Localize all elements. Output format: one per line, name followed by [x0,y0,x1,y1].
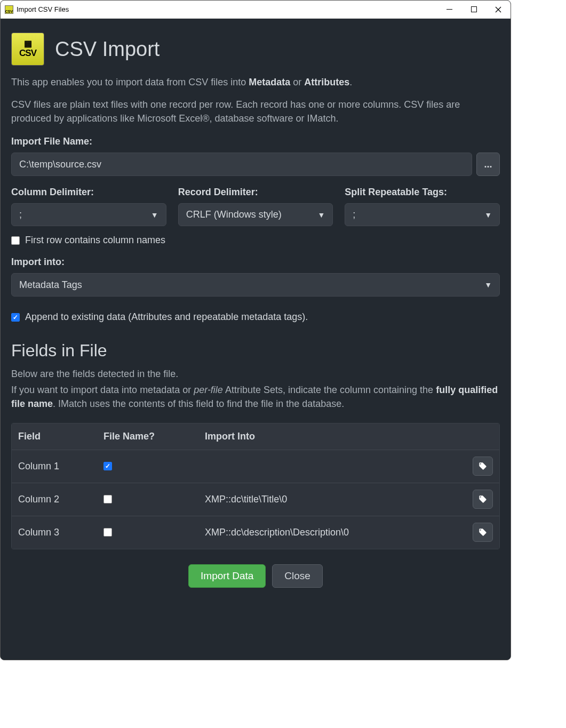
first-row-checkbox-row[interactable]: First row contains column names [11,235,500,246]
tag-icon [479,462,487,470]
filename-checkbox[interactable] [103,462,112,470]
maximize-button[interactable] [461,1,486,19]
import-into-select[interactable]: Metadata Tags ▼ [11,273,500,297]
table-row: Column 2 XMP::dc\title\Title\0 [12,483,499,516]
th-into: Import Into [205,431,468,442]
intro-line-2: CSV files are plain text files with one … [11,98,500,125]
tag-icon [479,528,487,537]
intro-line-1: This app enables you to import data from… [11,75,500,89]
import-data-button[interactable]: Import Data [188,564,266,588]
record-delimiter-label: Record Delimiter: [178,187,333,198]
table-row: Column 1 [12,450,499,483]
footer-buttons: Import Data Close [11,564,500,592]
file-name-input[interactable]: C:\temp\source.csv [11,153,472,176]
table-row: Column 3 XMP::dc\description\Description… [12,516,499,549]
fields-desc-1: Below are the fields detected in the fil… [11,367,500,381]
chevron-down-icon: ▼ [484,211,492,219]
split-tags-select[interactable]: ; ▼ [345,203,500,226]
th-filename: File Name? [103,431,205,442]
th-field: Field [18,431,103,442]
file-name-label: Import File Name: [11,136,500,147]
pick-tag-button[interactable] [473,457,493,476]
pick-tag-button[interactable] [473,490,493,509]
append-checkbox[interactable] [11,313,20,322]
close-dialog-button[interactable]: Close [272,564,323,588]
titlebar: CSV Import CSV Files [1,1,511,19]
fields-desc-2: If you want to import data into metadata… [11,383,500,411]
append-label: Append to existing data (Attributes and … [25,311,308,323]
minimize-button[interactable] [437,1,461,19]
first-row-label: First row contains column names [25,235,165,246]
filename-checkbox[interactable] [103,495,112,503]
window-title: Import CSV Files [17,5,69,13]
split-tags-label: Split Repeatable Tags: [345,187,500,198]
filename-checkbox[interactable] [103,528,112,537]
chevron-down-icon: ▼ [317,211,325,219]
first-row-checkbox[interactable] [11,236,20,245]
csv-app-icon: CSV [5,5,13,14]
cell-field: Column 1 [18,461,103,472]
app-window: CSV Import CSV Files ▦ CSV CSV Import Th… [0,0,511,660]
file-name-group: C:\temp\source.csv ... [11,153,500,176]
record-delimiter-select[interactable]: CRLF (Windows style) ▼ [178,203,333,226]
page-title: CSV Import [55,38,160,61]
page-header: ▦ CSV CSV Import [11,33,500,66]
cell-into: XMP::dc\description\Description\0 [205,527,468,538]
chevron-down-icon: ▼ [484,281,492,289]
append-checkbox-row[interactable]: Append to existing data (Attributes and … [11,311,500,323]
column-delimiter-select[interactable]: ; ▼ [11,203,166,226]
close-button[interactable] [486,1,511,19]
column-delimiter-label: Column Delimiter: [11,187,166,198]
csv-logo-icon: ▦ CSV [11,33,44,66]
chevron-down-icon: ▼ [151,211,158,219]
import-into-label: Import into: [11,257,500,268]
pick-tag-button[interactable] [473,523,493,542]
table-header: Field File Name? Import Into [12,423,499,450]
svg-rect-1 [471,7,476,12]
browse-button[interactable]: ... [476,153,500,176]
fields-section-title: Fields in File [11,341,500,361]
cell-into: XMP::dc\title\Title\0 [205,494,468,505]
fields-table: Field File Name? Import Into Column 1 Co… [11,423,500,549]
cell-field: Column 2 [18,494,103,505]
tag-icon [479,495,487,503]
content-area: ▦ CSV CSV Import This app enables you to… [1,19,511,660]
window-controls [437,1,511,19]
cell-field: Column 3 [18,527,103,538]
